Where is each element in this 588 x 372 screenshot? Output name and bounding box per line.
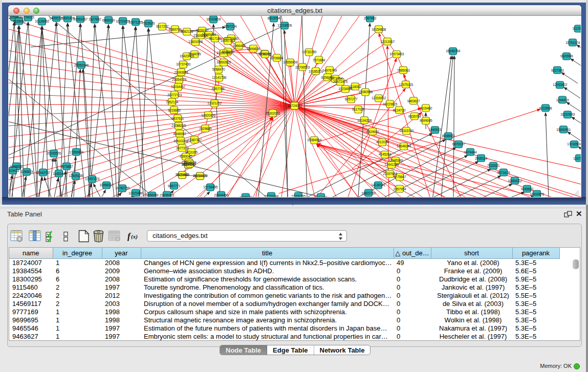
- svg-text:21339044: 21339044: [264, 194, 278, 197]
- svg-text:18822760: 18822760: [361, 191, 376, 195]
- svg-text:3919411: 3919411: [9, 169, 19, 172]
- svg-text:16154838: 16154838: [372, 28, 386, 31]
- svg-text:1848501: 1848501: [10, 165, 23, 168]
- svg-text:17359924: 17359924: [69, 150, 83, 154]
- svg-text:9463627: 9463627: [407, 99, 420, 103]
- svg-text:1966449: 1966449: [233, 44, 246, 48]
- svg-text:1527602: 1527602: [89, 17, 101, 21]
- svg-text:7571884: 7571884: [313, 58, 325, 62]
- svg-text:14136141: 14136141: [371, 183, 385, 187]
- svg-text:6466160: 6466160: [102, 18, 115, 22]
- svg-text:15751074: 15751074: [565, 41, 580, 45]
- svg-text:12213967: 12213967: [380, 40, 395, 43]
- svg-text:10671355: 10671355: [128, 20, 143, 24]
- svg-text:16782759: 16782759: [115, 186, 129, 190]
- svg-text:9775847: 9775847: [394, 175, 406, 179]
- svg-text:16315740: 16315740: [399, 129, 413, 133]
- svg-text:1145194: 1145194: [53, 172, 65, 176]
- svg-text:21654078: 21654078: [172, 78, 186, 81]
- svg-text:7485063: 7485063: [397, 69, 410, 72]
- svg-text:2935114: 2935114: [475, 157, 487, 160]
- svg-text:12505135: 12505135: [69, 174, 83, 178]
- svg-text:9245652: 9245652: [521, 187, 534, 191]
- svg-text:15692951: 15692951: [556, 128, 571, 132]
- svg-text:9457771: 9457771: [168, 184, 181, 188]
- svg-text:12441238: 12441238: [384, 163, 399, 166]
- svg-text:8215958: 8215958: [539, 106, 552, 110]
- svg-text:10958117: 10958117: [99, 183, 114, 187]
- svg-text:9858289: 9858289: [146, 193, 159, 197]
- svg-text:3233883: 3233883: [168, 108, 181, 112]
- svg-text:16410878: 16410878: [530, 192, 544, 196]
- svg-text:6679197: 6679197: [452, 142, 465, 146]
- svg-text:4012034: 4012034: [376, 140, 389, 144]
- svg-text:10610248: 10610248: [173, 139, 188, 143]
- svg-text:10654112: 10654112: [508, 179, 522, 183]
- svg-text:20272723: 20272723: [167, 93, 182, 97]
- svg-text:6117026: 6117026: [352, 107, 364, 111]
- svg-text:12945349: 12945349: [388, 159, 403, 162]
- svg-text:17957223: 17957223: [85, 177, 99, 181]
- svg-text:1156819: 1156819: [20, 170, 33, 173]
- svg-text:10128452: 10128452: [35, 19, 49, 23]
- svg-text:12923446: 12923446: [128, 191, 143, 195]
- svg-text:5582115: 5582115: [181, 30, 193, 33]
- svg-text:4635650: 4635650: [13, 19, 26, 23]
- svg-text:16033809: 16033809: [206, 17, 221, 21]
- svg-text:1899828: 1899828: [247, 47, 260, 51]
- svg-text:9474444: 9474444: [464, 150, 477, 154]
- svg-text:9699695: 9699695: [420, 119, 432, 122]
- svg-text:6257277: 6257277: [345, 97, 358, 101]
- svg-text:23387347: 23387347: [187, 138, 202, 142]
- svg-text:9117207: 9117207: [156, 25, 168, 28]
- svg-text:8711165: 8711165: [185, 150, 198, 154]
- svg-text:3577374: 3577374: [176, 146, 189, 150]
- svg-text:7625402: 7625402: [176, 173, 189, 177]
- svg-text:9115460: 9115460: [420, 106, 432, 110]
- svg-text:10223815: 10223815: [383, 102, 397, 106]
- svg-text:6382877: 6382877: [184, 162, 197, 165]
- svg-text:1112501: 1112501: [572, 27, 581, 30]
- svg-text:22706503: 22706503: [295, 65, 310, 69]
- svg-text:13601506: 13601506: [188, 40, 203, 43]
- svg-text:13034457: 13034457: [171, 85, 185, 89]
- svg-text:8124730: 8124730: [393, 108, 406, 112]
- svg-text:17016504: 17016504: [567, 142, 581, 146]
- svg-text:2087682: 2087682: [364, 16, 377, 20]
- svg-text:2357954: 2357954: [394, 187, 406, 191]
- svg-text:8546997: 8546997: [173, 132, 186, 136]
- svg-text:16914479: 16914479: [193, 174, 207, 178]
- svg-text:4329607: 4329607: [366, 130, 379, 134]
- svg-text:13648244: 13648244: [397, 144, 411, 148]
- svg-text:9329966: 9329966: [560, 54, 573, 58]
- svg-text:22206335: 22206335: [291, 194, 306, 197]
- svg-text:5088470: 5088470: [212, 68, 225, 71]
- svg-text:14976749: 14976749: [322, 69, 337, 72]
- svg-text:1440915: 1440915: [429, 128, 442, 132]
- svg-text:7352134: 7352134: [166, 100, 179, 104]
- svg-text:1244419: 1244419: [556, 98, 569, 102]
- svg-text:8706804: 8706804: [271, 56, 284, 60]
- svg-text:19185201: 19185201: [309, 70, 323, 73]
- svg-text:23088315: 23088315: [171, 124, 186, 127]
- svg-text:18724007: 18724007: [288, 104, 302, 107]
- svg-text:1118062: 1118062: [349, 85, 361, 89]
- svg-text:10737430: 10737430: [176, 62, 190, 66]
- svg-text:19384554: 19384554: [307, 138, 321, 142]
- svg-text:22355603: 22355603: [9, 16, 21, 19]
- svg-text:21993651: 21993651: [174, 71, 188, 74]
- svg-text:12194238: 12194238: [357, 119, 372, 122]
- svg-text:13321212: 13321212: [207, 101, 222, 105]
- svg-text:1739221: 1739221: [22, 16, 35, 19]
- svg-text:12316912: 12316912: [372, 96, 386, 100]
- svg-text:23836053: 23836053: [160, 193, 174, 197]
- svg-text:21100396: 21100396: [216, 51, 231, 55]
- svg-text:10973493: 10973493: [389, 52, 404, 56]
- svg-text:16648784: 16648784: [446, 49, 460, 53]
- svg-text:4339167: 4339167: [196, 29, 209, 32]
- svg-text:3817183: 3817183: [209, 37, 222, 40]
- svg-text:20672475: 20672475: [333, 80, 347, 83]
- svg-text:20206576: 20206576: [47, 151, 61, 155]
- svg-text:9227393: 9227393: [551, 69, 564, 72]
- svg-text:17975115: 17975115: [399, 83, 413, 86]
